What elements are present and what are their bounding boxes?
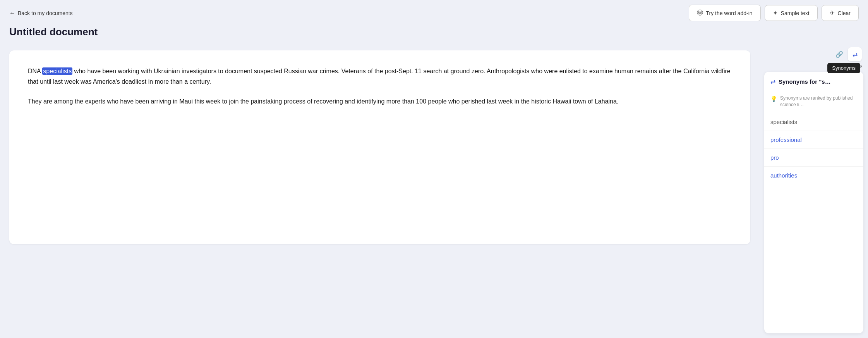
- synonym-word: authorities: [770, 172, 797, 179]
- document-title: Untitled document: [9, 26, 859, 38]
- sample-text-label: Sample text: [781, 10, 810, 16]
- word-addin-button[interactable]: Ⓦ Try the word add-in: [689, 5, 761, 21]
- word-icon: Ⓦ: [697, 9, 703, 17]
- synonym-word: pro: [770, 154, 779, 161]
- synonym-item-pro[interactable]: pro: [764, 149, 863, 167]
- synonyms-tab-text: Synonyms: [836, 63, 862, 69]
- star-icon: ✦: [773, 9, 778, 17]
- title-bar: Untitled document: [0, 24, 868, 44]
- synonym-word: specialists: [770, 119, 797, 125]
- synonyms-panel-header: ⇄ Synonyms for "s…: [764, 72, 863, 90]
- search-icon: 🔗: [835, 51, 843, 58]
- paragraph-2: They are among the experts who have been…: [28, 96, 732, 107]
- header: ← Back to my documents Ⓦ Try the word ad…: [0, 0, 868, 24]
- sample-text-button[interactable]: ✦ Sample text: [765, 5, 818, 21]
- synonyms-panel-title: Synonyms for "s…: [779, 78, 831, 85]
- back-link-label: Back to my documents: [18, 10, 73, 16]
- sidebar: 🔗 ⇄ Synonyms Synonyms ⇄ Synonyms for "s……: [760, 44, 868, 338]
- bulb-icon: 💡: [770, 96, 777, 102]
- clear-button[interactable]: ✈ Clear: [822, 5, 859, 21]
- highlighted-word: specialists: [42, 67, 72, 75]
- synonyms-panel-button[interactable]: ⇄: [848, 47, 862, 61]
- synonyms-info-bar: 💡 Synonyms are ranked by published scien…: [764, 90, 863, 113]
- synonyms-panel: ⇄ Synonyms for "s… 💡 Synonyms are ranked…: [764, 72, 863, 333]
- main-area: DNA specialists who have been working wi…: [0, 44, 868, 338]
- synonyms-panel-icon: ⇄: [770, 78, 775, 85]
- synonyms-tab-label: Synonyms: [760, 63, 868, 72]
- back-link[interactable]: ← Back to my documents: [9, 10, 73, 17]
- toolbar-buttons: Ⓦ Try the word add-in ✦ Sample text ✈ Cl…: [689, 5, 859, 21]
- editor-wrapper: DNA specialists who have been working wi…: [0, 44, 760, 338]
- synonym-word: professional: [770, 136, 802, 143]
- synonym-item-professional[interactable]: professional: [764, 131, 863, 149]
- search-panel-button[interactable]: 🔗: [832, 47, 846, 61]
- word-addin-label: Try the word add-in: [706, 10, 753, 16]
- paragraph-1: DNA specialists who have been working wi…: [28, 66, 732, 87]
- paper-plane-icon: ✈: [830, 9, 835, 17]
- synonym-item-authorities[interactable]: authorities: [764, 167, 863, 184]
- clear-label: Clear: [838, 10, 851, 16]
- document-body: DNA specialists who have been working wi…: [28, 66, 732, 107]
- sidebar-icons: 🔗 ⇄: [760, 44, 868, 63]
- synonyms-icon: ⇄: [853, 51, 858, 58]
- editor-card[interactable]: DNA specialists who have been working wi…: [9, 50, 750, 244]
- synonym-item-specialists[interactable]: specialists: [764, 113, 863, 131]
- back-arrow-icon: ←: [9, 10, 15, 17]
- synonyms-info-text: Synonyms are ranked by published science…: [780, 95, 857, 108]
